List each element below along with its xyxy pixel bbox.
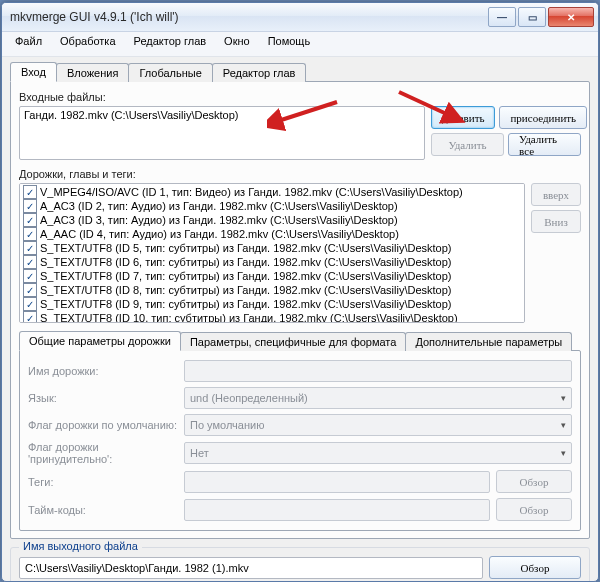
menubar: Файл Обработка Редактор глав Окно Помощь [2, 32, 598, 57]
input-file-item[interactable]: Ганди. 1982.mkv (C:\Users\Vasiliy\Deskto… [24, 109, 420, 121]
up-button: вверх [531, 183, 581, 206]
output-file-input[interactable]: C:\Users\Vasiliy\Desktop\Ганди. 1982 (1)… [19, 557, 483, 579]
track-name-input [184, 360, 572, 382]
track-row[interactable]: ✓S_TEXT/UTF8 (ID 9, тип: субтитры) из Га… [22, 297, 522, 311]
track-checkbox[interactable]: ✓ [23, 227, 37, 241]
tab-attachments[interactable]: Вложения [56, 63, 130, 82]
track-checkbox[interactable]: ✓ [23, 241, 37, 255]
window-title: mkvmerge GUI v4.9.1 ('Ich will') [10, 10, 486, 24]
track-label: A_AAC (ID 4, тип: Аудио) из Ганди. 1982.… [40, 228, 399, 240]
track-label: S_TEXT/UTF8 (ID 9, тип: субтитры) из Ган… [40, 298, 452, 310]
tab-global[interactable]: Глобальные [128, 63, 212, 82]
tags-label: Теги: [28, 476, 184, 488]
track-row[interactable]: ✓S_TEXT/UTF8 (ID 6, тип: субтитры) из Га… [22, 255, 522, 269]
track-checkbox[interactable]: ✓ [23, 311, 37, 323]
down-button: Вниз [531, 210, 581, 233]
track-checkbox[interactable]: ✓ [23, 255, 37, 269]
add-button[interactable]: добавить [431, 106, 495, 129]
menu-file[interactable]: Файл [8, 34, 49, 54]
track-label: S_TEXT/UTF8 (ID 8, тип: субтитры) из Ган… [40, 284, 452, 296]
track-checkbox[interactable]: ✓ [23, 199, 37, 213]
titlebar[interactable]: mkvmerge GUI v4.9.1 ('Ich will') — ▭ ✕ [2, 3, 598, 32]
input-files-label: Входные файлы: [19, 91, 581, 103]
language-select: und (Неопределенный) [184, 387, 572, 409]
track-row[interactable]: ✓A_AC3 (ID 3, тип: Аудио) из Ганди. 1982… [22, 213, 522, 227]
track-label: A_AC3 (ID 2, тип: Аудио) из Ганди. 1982.… [40, 200, 398, 212]
track-checkbox[interactable]: ✓ [23, 283, 37, 297]
menu-chapters[interactable]: Редактор глав [127, 34, 214, 54]
language-label: Язык: [28, 392, 184, 404]
menu-help[interactable]: Помощь [261, 34, 318, 54]
maximize-button[interactable]: ▭ [518, 7, 546, 27]
tracks-label: Дорожки, главы и теги: [19, 168, 581, 180]
tracks-list[interactable]: ✓V_MPEG4/ISO/AVC (ID 1, тип: Видео) из Г… [19, 183, 525, 323]
param-tabs: Общие параметры дорожки Параметры, специ… [19, 330, 581, 350]
track-row[interactable]: ✓S_TEXT/UTF8 (ID 10, тип: субтитры) из Г… [22, 311, 522, 323]
track-label: S_TEXT/UTF8 (ID 6, тип: субтитры) из Ган… [40, 256, 452, 268]
track-row[interactable]: ✓S_TEXT/UTF8 (ID 8, тип: субтитры) из Га… [22, 283, 522, 297]
track-label: A_AC3 (ID 3, тип: Аудио) из Ганди. 1982.… [40, 214, 398, 226]
forced-flag-label: Флаг дорожки 'принудительно': [28, 441, 184, 465]
general-params-panel: Имя дорожки: Язык: und (Неопределенный) … [19, 350, 581, 531]
main-tabs: Вход Вложения Глобальные Редактор глав [10, 61, 590, 81]
default-flag-label: Флаг дорожки по умолчанию: [28, 419, 184, 431]
track-row[interactable]: ✓A_AC3 (ID 2, тип: Аудио) из Ганди. 1982… [22, 199, 522, 213]
default-flag-select: По умолчанию [184, 414, 572, 436]
timecodes-label: Тайм-коды: [28, 504, 184, 516]
track-row[interactable]: ✓A_AAC (ID 4, тип: Аудио) из Ганди. 1982… [22, 227, 522, 241]
menu-window[interactable]: Окно [217, 34, 257, 54]
track-row[interactable]: ✓S_TEXT/UTF8 (ID 7, тип: субтитры) из Га… [22, 269, 522, 283]
track-checkbox[interactable]: ✓ [23, 269, 37, 283]
output-browse-button[interactable]: Обзор [489, 556, 581, 579]
output-group: Имя выходного файла C:\Users\Vasiliy\Des… [10, 547, 590, 582]
track-checkbox[interactable]: ✓ [23, 213, 37, 227]
menu-process[interactable]: Обработка [53, 34, 122, 54]
tags-input [184, 471, 490, 493]
track-label: S_TEXT/UTF8 (ID 10, тип: субтитры) из Га… [40, 312, 458, 323]
track-label: S_TEXT/UTF8 (ID 5, тип: субтитры) из Ган… [40, 242, 452, 254]
remove-button: Удалить [431, 133, 504, 156]
tab-format-params[interactable]: Параметры, специфичные для формата [180, 332, 406, 351]
remove-all-button[interactable]: Удалить все [508, 133, 581, 156]
input-files-list[interactable]: Ганди. 1982.mkv (C:\Users\Vasiliy\Deskto… [19, 106, 425, 160]
minimize-button[interactable]: — [488, 7, 516, 27]
track-checkbox[interactable]: ✓ [23, 297, 37, 311]
track-checkbox[interactable]: ✓ [23, 185, 37, 199]
forced-flag-select: Нет [184, 442, 572, 464]
tab-extra-params[interactable]: Дополнительные параметры [405, 332, 572, 351]
append-button[interactable]: присоединить [499, 106, 587, 129]
tab-chapter-editor[interactable]: Редактор глав [212, 63, 307, 82]
tab-general-params[interactable]: Общие параметры дорожки [19, 331, 181, 351]
input-panel: Входные файлы: Ганди. 1982.mkv (C:\Users… [10, 81, 590, 539]
track-name-label: Имя дорожки: [28, 365, 184, 377]
track-label: V_MPEG4/ISO/AVC (ID 1, тип: Видео) из Га… [40, 186, 463, 198]
track-row[interactable]: ✓S_TEXT/UTF8 (ID 5, тип: субтитры) из Га… [22, 241, 522, 255]
track-label: S_TEXT/UTF8 (ID 7, тип: субтитры) из Ган… [40, 270, 452, 282]
timecodes-input [184, 499, 490, 521]
tab-input[interactable]: Вход [10, 62, 57, 82]
timecodes-browse-button: Обзор [496, 498, 572, 521]
output-label: Имя выходного файла [19, 540, 142, 552]
tags-browse-button: Обзор [496, 470, 572, 493]
track-row[interactable]: ✓V_MPEG4/ISO/AVC (ID 1, тип: Видео) из Г… [22, 185, 522, 199]
close-button[interactable]: ✕ [548, 7, 594, 27]
